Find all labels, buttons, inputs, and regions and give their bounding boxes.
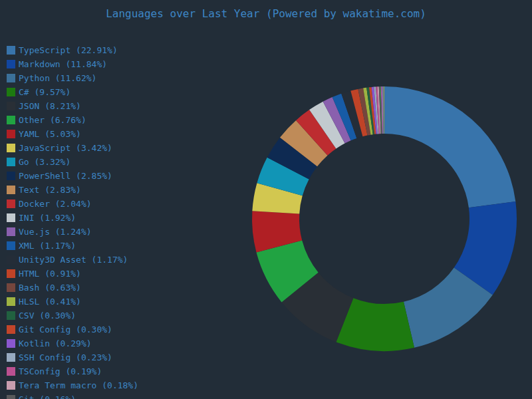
wakatime-languages-chart: Languages over Last Year (Powered by wak… xyxy=(0,0,532,399)
donut-chart xyxy=(0,0,532,399)
donut-slice xyxy=(384,86,515,207)
